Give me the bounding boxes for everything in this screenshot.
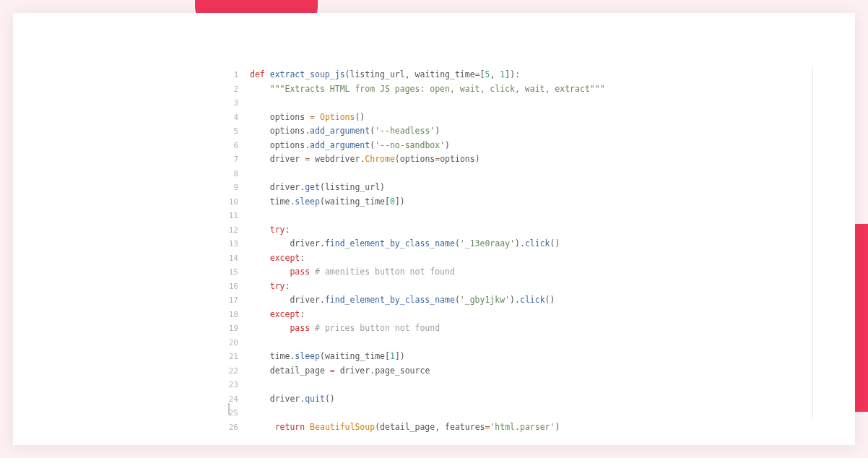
line-number: 22	[228, 364, 250, 379]
line-content: return BeautifulSoup(detail_page, featur…	[250, 420, 560, 435]
line-number: 19	[228, 321, 250, 336]
token-txt: .	[320, 238, 325, 249]
token-str: '--headless'	[375, 126, 435, 136]
code-line: 7 driver = webdriver.Chrome(options=opti…	[228, 152, 812, 167]
code-line: 16 try:	[228, 280, 812, 294]
token-fn-call: click	[525, 238, 550, 249]
token-txt	[310, 323, 315, 333]
code-line: 11	[228, 209, 812, 223]
token-cls: Options	[320, 112, 355, 122]
line-content: driver.find_element_by_class_name('_13e0…	[250, 237, 560, 251]
token-paren: )	[380, 182, 385, 192]
code-line: 24 driver.quit()	[228, 392, 812, 407]
token-comment: # amenities button not found	[315, 267, 455, 277]
line-content: pass # amenities button not found	[250, 265, 455, 280]
token-fn-call: find_element_by_class_name	[325, 295, 455, 305]
token-fn-call: find_element_by_class_name	[325, 238, 455, 249]
line-content: options.add_argument('--headless')	[250, 124, 440, 139]
token-txt: driver	[270, 182, 300, 192]
line-content: time.sleep(waiting_time[0])	[250, 195, 405, 209]
token-paren: )	[400, 351, 405, 361]
token-txt: options	[270, 112, 310, 122]
code-line: 23	[228, 378, 812, 392]
code-line: 4 options = Options()	[228, 111, 812, 125]
code-line: 5 options.add_argument('--headless')	[228, 124, 812, 139]
token-fn-call: sleep	[295, 196, 320, 207]
token-txt: webdriver	[310, 154, 360, 164]
token-paren: ()	[355, 112, 365, 122]
token-txt	[315, 112, 320, 122]
token-txt: options	[270, 126, 305, 136]
token-paren: ()	[545, 295, 555, 305]
line-content: options = Options()	[250, 111, 365, 125]
token-txt: .	[320, 295, 325, 305]
line-number: 26	[228, 420, 250, 435]
token-txt: time	[270, 351, 290, 361]
token-fn-call: add_argument	[310, 140, 370, 150]
token-paren: )	[515, 238, 520, 249]
line-number: 2	[228, 82, 250, 97]
token-txt: :	[285, 225, 290, 235]
token-txt: page_source	[375, 366, 430, 376]
code-line: 25	[228, 406, 812, 420]
token-paren: (	[320, 182, 325, 192]
token-str: 'html.parser'	[490, 422, 555, 432]
code-line: 18 except:	[228, 308, 812, 322]
token-txt: :	[285, 281, 290, 291]
token-txt: ,	[405, 69, 410, 79]
code-line: 15 pass # amenities button not found	[228, 265, 812, 280]
token-paren: (	[455, 295, 460, 305]
line-number: 10	[228, 195, 250, 209]
token-txt: options	[270, 140, 305, 150]
token-paren: ()	[325, 394, 335, 404]
token-paren: (	[320, 351, 325, 361]
token-kw: pass	[290, 267, 310, 277]
code-line: 22 detail_page = driver.page_source	[228, 364, 812, 379]
token-txt: listing_url	[325, 182, 380, 192]
token-paren: [	[385, 351, 390, 361]
token-fn-call: quit	[305, 394, 325, 404]
code-line: 1def extract_soup_js(listing_url, waitin…	[228, 68, 812, 82]
line-content: """Extracts HTML from JS pages: open, wa…	[250, 82, 605, 97]
token-kw: try	[270, 281, 285, 291]
token-num: 0	[390, 196, 395, 207]
token-txt: time	[270, 196, 290, 207]
code-line: 12 try:	[228, 223, 812, 238]
code-line: 17 driver.find_element_by_class_name('_g…	[228, 293, 812, 308]
line-number: 25	[228, 406, 250, 420]
line-number: 9	[228, 181, 250, 195]
token-cls: BeautifulSoup	[310, 422, 375, 432]
token-paren: )	[475, 154, 480, 164]
line-number: 17	[228, 293, 250, 308]
code-line: 20	[228, 336, 812, 350]
code-line: 13 driver.find_element_by_class_name('_1…	[228, 237, 812, 251]
token-paren: ]	[395, 351, 400, 361]
vertical-rule	[812, 68, 813, 418]
token-txt	[310, 267, 315, 277]
line-content: options.add_argument('--no-sandbox')	[250, 139, 450, 153]
token-paren: )	[435, 126, 440, 136]
line-content: time.sleep(waiting_time[1])	[250, 350, 405, 364]
gutter-marker	[228, 403, 230, 415]
token-txt: .	[515, 295, 520, 305]
line-content: detail_page = driver.page_source	[250, 364, 430, 379]
code-line: 2 """Extracts HTML from JS pages: open, …	[228, 82, 812, 97]
token-txt: waiting_time	[325, 351, 385, 361]
token-fn-call: add_argument	[310, 126, 370, 136]
token-op: =	[310, 112, 315, 122]
token-str: '--no-sandbox'	[375, 140, 445, 150]
token-str: '_gby1jkw'	[460, 295, 510, 305]
token-txt: listing_url	[350, 69, 405, 79]
token-paren: ()	[550, 238, 560, 249]
token-txt: detail_page	[380, 422, 435, 432]
token-fn-call: click	[520, 295, 545, 305]
token-paren: [	[385, 196, 390, 207]
token-paren: [	[480, 69, 485, 79]
line-number: 14	[228, 251, 250, 266]
code-block: 1def extract_soup_js(listing_url, waitin…	[228, 68, 812, 431]
line-number: 7	[228, 152, 250, 167]
token-txt: features	[440, 422, 485, 432]
line-number: 24	[228, 392, 250, 407]
line-number: 23	[228, 378, 250, 392]
token-txt: options	[400, 154, 435, 164]
